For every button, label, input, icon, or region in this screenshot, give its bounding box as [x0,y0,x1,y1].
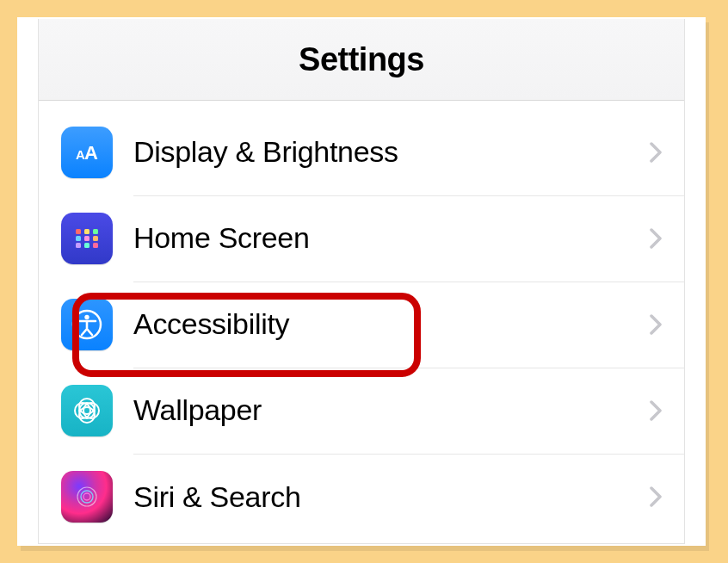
settings-list: A A Display & Brightness [39,101,684,540]
screenshot-frame: Settings A A Display & Brightness [17,17,706,546]
svg-rect-7 [93,236,98,241]
display-brightness-icon: A A [61,127,113,178]
row-label: Home Screen [133,221,650,255]
row-label: Wallpaper [133,393,650,427]
svg-rect-3 [84,229,89,234]
row-home-screen[interactable]: Home Screen [39,195,684,282]
row-content: Display & Brightness [133,109,684,196]
row-content: Accessibility [133,282,684,368]
row-accessibility[interactable]: Accessibility [39,282,684,368]
row-content: Wallpaper [133,368,684,455]
svg-rect-6 [84,236,89,241]
row-label: Display & Brightness [133,135,650,169]
chevron-right-icon [650,142,662,163]
row-content: Siri & Search [133,454,684,540]
home-screen-icon [61,213,113,264]
row-display-brightness[interactable]: A A Display & Brightness [39,109,684,195]
chevron-right-icon [650,400,662,421]
chevron-right-icon [650,314,662,335]
svg-text:A: A [84,142,98,164]
row-siri-search[interactable]: Siri & Search [39,454,684,540]
svg-rect-8 [76,243,81,248]
settings-panel: Settings A A Display & Brightness [38,19,685,544]
row-wallpaper[interactable]: Wallpaper [39,368,684,454]
wallpaper-icon [61,385,113,436]
settings-header: Settings [39,19,684,101]
accessibility-icon [61,299,113,350]
svg-rect-10 [93,243,98,248]
page-title: Settings [299,41,424,78]
siri-icon [61,471,113,523]
chevron-right-icon [650,228,662,249]
row-content: Home Screen [133,195,684,282]
svg-rect-9 [84,243,89,248]
chevron-right-icon [650,486,662,507]
svg-rect-5 [76,236,81,241]
row-label: Accessibility [133,307,650,341]
svg-point-12 [84,315,89,319]
svg-rect-2 [76,229,81,234]
svg-point-19 [81,491,93,503]
svg-point-20 [83,493,90,500]
svg-rect-4 [93,229,98,234]
row-label: Siri & Search [133,480,650,514]
